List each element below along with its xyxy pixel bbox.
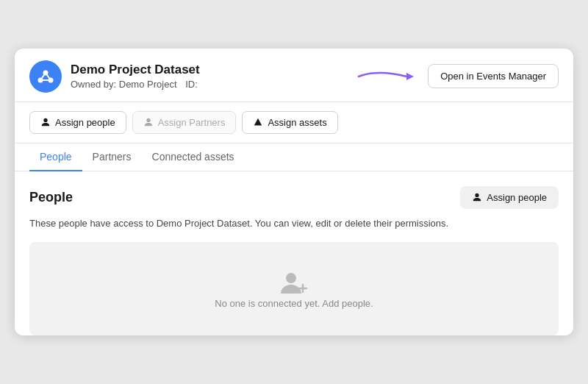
tab-people[interactable]: People: [29, 143, 82, 171]
header-info: Demo Project Dataset Owned by: Demo Proj…: [71, 63, 204, 90]
arrow-annotation: [355, 65, 421, 88]
tab-partners[interactable]: Partners: [82, 143, 142, 171]
assign-partners-toolbar-button[interactable]: Assign Partners: [132, 111, 237, 134]
section-description: These people have access to Demo Project…: [29, 216, 559, 231]
id-text: ID:: [185, 79, 198, 90]
owned-by-text: Owned by: Demo Project: [71, 79, 177, 90]
person-icon: [40, 117, 51, 127]
assign-assets-toolbar-button[interactable]: Assign assets: [242, 111, 337, 134]
assign-partners-toolbar-label: Assign Partners: [158, 117, 226, 128]
header-left: Demo Project Dataset Owned by: Demo Proj…: [29, 60, 204, 93]
assign-people-toolbar-button[interactable]: Assign people: [29, 111, 126, 134]
open-events-button[interactable]: Open in Events Manager: [428, 64, 559, 88]
tabs-bar: People Partners Connected assets: [15, 143, 573, 171]
assign-people-section-button[interactable]: Assign people: [460, 186, 559, 209]
tab-connected-assets[interactable]: Connected assets: [142, 143, 245, 171]
logo-icon: [36, 67, 55, 86]
header-title: Demo Project Dataset: [71, 63, 204, 77]
svg-line-4: [46, 73, 51, 80]
arrow-svg: [355, 65, 421, 88]
section-header: People Assign people: [29, 186, 559, 209]
assign-people-section-label: Assign people: [487, 192, 547, 203]
header: Demo Project Dataset Owned by: Demo Proj…: [15, 49, 573, 102]
svg-marker-6: [406, 73, 414, 80]
triangle-icon: [253, 117, 263, 127]
main-card: Demo Project Dataset Owned by: Demo Proj…: [15, 49, 573, 336]
person-add-empty-icon: [279, 269, 309, 298]
svg-point-7: [286, 273, 296, 283]
header-subtitle: Owned by: Demo Project ID:: [71, 79, 204, 90]
toolbar: Assign people Assign Partners Assign ass…: [15, 102, 573, 143]
assign-people-toolbar-label: Assign people: [55, 117, 115, 128]
open-events-container: Open in Events Manager: [428, 64, 559, 88]
content-area: People Assign people These people have a…: [15, 171, 573, 336]
empty-state-text: No one is connected yet. Add people.: [215, 298, 373, 309]
empty-state: No one is connected yet. Add people.: [29, 242, 559, 335]
logo-circle: [29, 60, 62, 93]
svg-line-3: [40, 73, 46, 80]
assign-people-section-icon: [472, 192, 482, 202]
assign-assets-toolbar-label: Assign assets: [268, 117, 326, 128]
person-disabled-icon: [143, 117, 154, 127]
section-title: People: [29, 190, 73, 205]
